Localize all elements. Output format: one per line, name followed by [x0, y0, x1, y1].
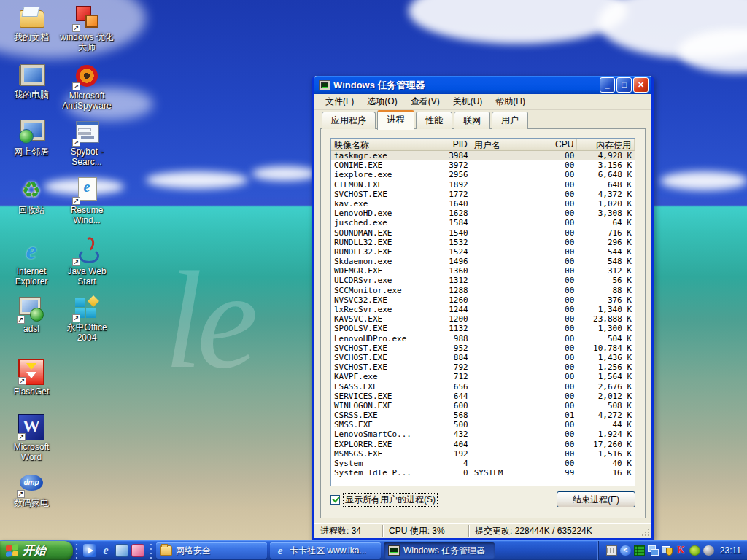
media-app-icon[interactable]	[131, 544, 144, 557]
spybot-icon: ↗	[74, 119, 100, 145]
desktop-icon-label: 网上邻居	[0, 147, 63, 157]
process-row-System Idle P...[interactable]: System Idle P...0SYSTEM9916 K	[331, 468, 635, 478]
cell-cpu: 00	[551, 324, 577, 333]
process-row-lxRecSvr.exe[interactable]: lxRecSvr.exe1244001,340 K	[331, 305, 635, 314]
title-bar[interactable]: Windows 任务管理器 _ □ ✕	[314, 76, 651, 94]
process-row-LenovoHDPro.exe[interactable]: LenovoHDPro.exe98800504 K	[331, 334, 635, 343]
process-row-RUNDLL32.EXE[interactable]: RUNDLL32.EXE153200296 K	[331, 238, 635, 247]
process-row-SERVICES.EXE[interactable]: SERVICES.EXE644002,012 K	[331, 392, 635, 401]
process-row-SVCHOST.EXE[interactable]: SVCHOST.EXE792001,256 K	[331, 362, 635, 372]
start-button[interactable]: 开始	[0, 541, 73, 560]
menu-文件[interactable]: 文件(F)	[319, 94, 360, 109]
cell-user	[471, 199, 551, 209]
process-row-iexplore.exe[interactable]: iexplore.exe2956006,648 K	[331, 170, 635, 179]
cell-mem: 1,436 K	[577, 353, 635, 362]
shortcut-arrow-icon: ↗	[72, 82, 80, 90]
network-computers-icon[interactable]	[648, 545, 659, 556]
cell-name: kav.exe	[331, 199, 438, 209]
desktop-icon-recycle-bin[interactable]: ♻回收站	[0, 177, 63, 215]
taskbar-button-Windows 任务管理器[interactable]: Windows 任务管理器	[384, 542, 495, 559]
column-header-映像名称[interactable]: 映像名称	[331, 139, 438, 150]
kaspersky-icon[interactable]: K	[676, 545, 686, 556]
process-row-KAVSVC.EXE[interactable]: KAVSVC.EXE12000023,888 K	[331, 314, 635, 324]
desktop-icon-java[interactable]: ↗Java Web Start	[55, 238, 118, 287]
process-row-CONIME.EXE[interactable]: CONIME.EXE3972003,156 K	[331, 160, 635, 170]
tab-应用程序[interactable]: 应用程序	[322, 112, 376, 129]
tab-进程[interactable]: 进程	[377, 110, 414, 130]
column-header-内存使用[interactable]: 内存使用	[577, 139, 635, 150]
process-row-KAVPF.exe[interactable]: KAVPF.exe712001,564 K	[331, 372, 635, 381]
desktop-icon-dmp[interactable]: ↗数码家电	[0, 470, 63, 508]
cell-cpu: 00	[551, 401, 577, 411]
desktop-icon-antispyware[interactable]: ↗Microsoft AntiSpyware	[55, 63, 118, 111]
process-row-SVCHOST.EXE[interactable]: SVCHOST.EXE9520010,784 K	[331, 343, 635, 353]
process-row-jusched.exe[interactable]: jusched.exe15840064 K	[331, 218, 635, 228]
tab-性能[interactable]: 性能	[416, 112, 452, 129]
menu-查看[interactable]: 查看(V)	[404, 94, 446, 109]
process-row-ULCDRSvr.exe[interactable]: ULCDRSvr.exe13120056 K	[331, 276, 635, 285]
process-row-WDFMGR.EXE[interactable]: WDFMGR.EXE136000312 K	[331, 266, 635, 276]
desktop-icon-youhua-dashi[interactable]: ↗windows 优化 大师	[55, 4, 118, 52]
desktop-icon-word[interactable]: ↗Microsoft Word	[0, 414, 63, 462]
minimize-button[interactable]: _	[600, 77, 615, 93]
cell-mem: 64 K	[577, 218, 635, 228]
tab-用户[interactable]: 用户	[492, 112, 528, 129]
process-row-CSRSS.EXE[interactable]: CSRSS.EXE568014,272 K	[331, 411, 635, 420]
media-player-icon[interactable]	[83, 544, 96, 557]
process-row-kav.exe[interactable]: kav.exe1640001,020 K	[331, 199, 635, 209]
maximize-button[interactable]: □	[616, 77, 632, 93]
process-row-SMSS.EXE[interactable]: SMSS.EXE5000044 K	[331, 420, 635, 429]
collapse-chevron-icon[interactable]: <	[620, 545, 631, 556]
show-all-users-checkbox[interactable]	[330, 495, 340, 505]
column-header-用户名[interactable]: 用户名	[471, 139, 551, 150]
ie-quicklaunch-icon[interactable]: e	[99, 544, 112, 557]
process-row-SVCHOST.EXE[interactable]: SVCHOST.EXE884001,436 K	[331, 353, 635, 362]
desktop-icon-my-computer[interactable]: 我的电脑	[0, 62, 63, 100]
process-row-Skdaemon.exe[interactable]: Skdaemon.exe149600548 K	[331, 257, 635, 266]
process-row-LenovoHD.exe[interactable]: LenovoHD.exe1628003,308 K	[331, 209, 635, 218]
desktop-icon-spybot[interactable]: ↗Spybot - Searc...	[55, 119, 118, 167]
column-header-CPU[interactable]: CPU	[551, 139, 578, 150]
close-button[interactable]: ✕	[633, 77, 649, 93]
process-row-LenovoSmartCo...[interactable]: LenovoSmartCo...432001,924 K	[331, 429, 635, 439]
process-row-System[interactable]: System40040 K	[331, 459, 635, 468]
process-row-LSASS.EXE[interactable]: LSASS.EXE656002,676 K	[331, 382, 635, 392]
process-list[interactable]: 映像名称PID用户名CPU内存使用 taskmgr.exe3984004,928…	[330, 138, 635, 486]
column-header-PID[interactable]: PID	[438, 139, 471, 150]
cell-user	[471, 449, 551, 459]
process-row-MSMSGS.EXE[interactable]: MSMSGS.EXE192001,516 K	[331, 449, 635, 459]
taskbar-button-卡卡社区 www.ika...[interactable]: e卡卡社区 www.ika...	[270, 542, 381, 559]
taskbar-button-网络安全[interactable]: 网络安全	[156, 542, 267, 559]
desktop-icon-my-documents[interactable]: 我的文档	[0, 4, 63, 42]
process-row-NVSVC32.EXE[interactable]: NVSVC32.EXE126000376 K	[331, 295, 635, 305]
desktop-icon-flashget[interactable]: ↗FlashGet	[0, 359, 63, 397]
pc-shield-icon[interactable]	[662, 545, 673, 556]
keyboard-ime-icon[interactable]	[606, 545, 617, 556]
desktop-icon-resume[interactable]: ↗Resume Wind...	[55, 177, 118, 225]
process-row-RUNDLL32.EXE[interactable]: RUNDLL32.EXE152400544 K	[331, 247, 635, 257]
desktop-icon-network-places[interactable]: 网上邻居	[0, 119, 63, 157]
process-row-SOUNDMAN.EXE[interactable]: SOUNDMAN.EXE154000716 K	[331, 228, 635, 238]
menu-帮助[interactable]: 帮助(H)	[489, 94, 532, 109]
process-row-SCCMonitor.exe[interactable]: SCCMonitor.exe12880088 K	[331, 286, 635, 295]
green-grid-icon[interactable]	[634, 545, 645, 556]
end-process-button[interactable]: 结束进程(E)	[557, 491, 635, 508]
process-row-EXPLORER.EXE[interactable]: EXPLORER.EXE4040017,260 K	[331, 440, 635, 449]
desktop-icon-adsl[interactable]: ↗adsl	[0, 296, 63, 334]
process-row-SPOOLSV.EXE[interactable]: SPOOLSV.EXE1132001,300 K	[331, 324, 635, 333]
tab-联网[interactable]: 联网	[454, 112, 490, 129]
process-row-SVCHOST.EXE[interactable]: SVCHOST.EXE1772004,372 K	[331, 190, 635, 199]
process-row-taskmgr.exe[interactable]: taskmgr.exe3984004,928 K	[331, 151, 635, 160]
desktop-icon-internet-explorer[interactable]: eInternet Explorer	[0, 238, 63, 287]
resize-grip[interactable]	[641, 528, 650, 537]
desktop-icon-yongzhong-office[interactable]: ↗永中Office 2004	[55, 295, 118, 343]
menu-关机[interactable]: 关机(U)	[446, 94, 489, 109]
cell-mem: 1,340 K	[577, 305, 635, 314]
nvidia-icon[interactable]	[689, 545, 700, 556]
volume-sphere-icon[interactable]	[703, 545, 714, 556]
process-row-CTFMON.EXE[interactable]: CTFMON.EXE189200648 K	[331, 180, 635, 190]
menu-选项[interactable]: 选项(O)	[360, 94, 403, 109]
outlook-icon[interactable]	[115, 544, 128, 557]
cell-pid: 884	[438, 353, 471, 362]
process-row-WINLOGON.EXE[interactable]: WINLOGON.EXE60000508 K	[331, 401, 635, 411]
